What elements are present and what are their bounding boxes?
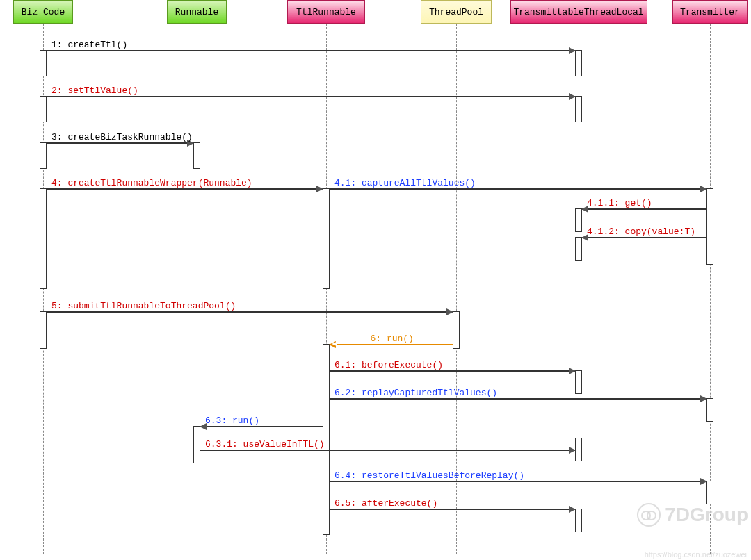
participant-box: TransmittableThreadLocal bbox=[510, 0, 647, 24]
lifeline bbox=[710, 24, 711, 554]
arrowhead-right-icon bbox=[569, 47, 576, 54]
message-label: 6.4: restoreTtlValuesBeforeReplay() bbox=[334, 470, 524, 481]
watermark-label: 7DGroup bbox=[665, 504, 748, 526]
message-arrow bbox=[47, 188, 323, 190]
message-label: 6.3: run() bbox=[205, 415, 259, 426]
activation-bar bbox=[40, 50, 47, 76]
message-label: 4.1.1: get() bbox=[587, 198, 652, 208]
arrowhead-right-icon bbox=[569, 447, 576, 454]
activation-bar bbox=[40, 311, 47, 349]
message-label: 4.1.2: copy(value:T) bbox=[587, 227, 695, 237]
message-label: 6.5: afterExecute() bbox=[334, 498, 437, 509]
message-arrow bbox=[200, 450, 575, 451]
participant-label: TtlRunnable bbox=[296, 7, 356, 17]
message-arrow bbox=[582, 237, 706, 238]
activation-bar bbox=[575, 509, 582, 532]
arrowhead-right-icon bbox=[569, 506, 576, 513]
arrowhead-right-icon bbox=[569, 93, 576, 100]
sequence-diagram: Biz CodeRunnableTtlRunnableThreadPoolTra… bbox=[0, 0, 751, 560]
message-arrow bbox=[47, 142, 193, 144]
message-arrow bbox=[200, 426, 323, 427]
arrowhead-right-icon bbox=[446, 308, 453, 315]
activation-bar bbox=[40, 96, 47, 122]
message-label: 6.2: replayCapturedTtlValues() bbox=[334, 388, 497, 398]
activation-bar bbox=[575, 50, 582, 76]
activation-bar bbox=[575, 438, 582, 461]
activation-bar bbox=[706, 398, 713, 422]
participant-box: Runnable bbox=[167, 0, 227, 24]
message-label: 6: run() bbox=[371, 333, 414, 344]
lifeline bbox=[197, 24, 197, 554]
participant-label: Transmitter bbox=[680, 7, 740, 17]
message-arrow bbox=[330, 370, 575, 372]
arrowhead-right-icon bbox=[316, 186, 323, 192]
activation-bar bbox=[193, 426, 200, 463]
participant-box: Biz Code bbox=[13, 0, 73, 24]
message-arrow bbox=[47, 96, 575, 97]
participant-label: Biz Code bbox=[22, 7, 65, 17]
activation-bar bbox=[706, 481, 713, 504]
message-label: 6.1: beforeExecute() bbox=[334, 360, 443, 370]
watermark-url: https://blog.csdn.net/zuozewei bbox=[645, 550, 747, 559]
message-label: 6.3.1: useValueInTTL() bbox=[205, 439, 325, 450]
activation-bar bbox=[453, 311, 460, 349]
participant-box: ThreadPool bbox=[421, 0, 492, 24]
activation-bar bbox=[40, 142, 47, 169]
message-arrow bbox=[47, 50, 575, 51]
message-arrow bbox=[47, 311, 453, 313]
activation-bar bbox=[40, 188, 47, 289]
message-label: 4.1: captureAllTtlValues() bbox=[334, 178, 476, 188]
message-label: 4: createTtlRunnableWrapper(Runnable) bbox=[51, 178, 252, 188]
message-arrow bbox=[330, 344, 453, 345]
activation-bar bbox=[706, 188, 713, 265]
message-arrow bbox=[330, 398, 706, 400]
message-arrow bbox=[330, 188, 706, 190]
arrowhead-right-icon bbox=[700, 186, 707, 192]
arrowhead-right-icon bbox=[700, 478, 707, 485]
participant-box: TtlRunnable bbox=[287, 0, 365, 24]
message-arrow bbox=[330, 509, 575, 510]
participant-label: Runnable bbox=[175, 7, 218, 17]
watermark-logo: 7DGroup bbox=[637, 503, 748, 527]
activation-bar bbox=[323, 188, 330, 289]
participant-box: Transmitter bbox=[672, 0, 748, 24]
activation-bar bbox=[575, 96, 582, 122]
message-arrow bbox=[330, 481, 706, 482]
message-label: 2: setTtlValue() bbox=[51, 85, 138, 96]
participant-label: TransmittableThreadLocal bbox=[513, 7, 643, 17]
arrowhead-right-icon bbox=[700, 395, 707, 402]
participant-label: ThreadPool bbox=[429, 7, 483, 17]
arrowhead-right-icon bbox=[569, 368, 576, 374]
message-label: 5: submitTtlRunnableToThreadPool() bbox=[51, 301, 236, 311]
activation-bar bbox=[193, 142, 200, 169]
message-label: 3: createBizTaskRunnable() bbox=[51, 132, 193, 142]
message-label: 1: createTtl() bbox=[51, 40, 127, 50]
activation-bar bbox=[575, 370, 582, 394]
message-arrow bbox=[582, 208, 706, 210]
